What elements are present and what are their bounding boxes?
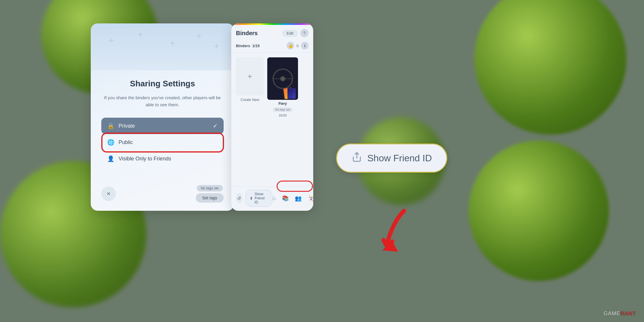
- rotate-button[interactable]: ↺: [236, 193, 242, 203]
- create-new-binder[interactable]: + Create New: [236, 57, 264, 102]
- binder-fiery[interactable]: Fiery No tags set 18/30: [267, 57, 298, 117]
- gamerant-rant: RANT: [620, 311, 636, 316]
- binders-count-label: Binders 1/15: [236, 44, 260, 48]
- plus-decoration: +: [196, 31, 202, 42]
- binder-name: Fiery: [278, 102, 287, 106]
- binders-header: Binders Edit ?: [231, 25, 313, 40]
- pokeball-center: [280, 76, 285, 81]
- show-friend-id-label-large: Show Friend ID: [367, 153, 432, 164]
- thumbs-up-icon[interactable]: 👍: [287, 42, 294, 49]
- bottom-bar-left: ↺ ⬆ Show Friend ID: [236, 190, 273, 207]
- gamerant-text: GAME: [604, 311, 620, 316]
- binders-actions: 👍 0 ℹ: [287, 42, 309, 49]
- share-icon-large: [352, 152, 362, 165]
- binder-cards-preview: [284, 88, 297, 99]
- sharing-settings-title: Sharing Settings: [130, 79, 195, 88]
- home-nav-icon[interactable]: ⌂: [273, 195, 276, 202]
- plus-decoration: +: [138, 29, 143, 40]
- close-button[interactable]: ×: [101, 186, 116, 201]
- plus-decoration: +: [214, 41, 219, 52]
- help-button[interactable]: ?: [300, 29, 309, 37]
- panel-top-decoration: + + + + +: [91, 23, 234, 70]
- bg-sphere-3: [474, 0, 626, 135]
- globe-icon: 🌐: [107, 139, 114, 146]
- binder-cover: [267, 57, 298, 100]
- cards-nav-icon[interactable]: 🃏: [308, 195, 314, 202]
- plus-decoration: +: [108, 35, 114, 46]
- profile-nav-icon[interactable]: 👥: [295, 195, 302, 202]
- binders-subheader: Binders 1/15 👍 0 ℹ: [231, 40, 313, 53]
- binders-panel: Binders Edit ? Binders 1/15 👍 0 ℹ + Crea…: [231, 23, 313, 211]
- edit-button[interactable]: Edit: [282, 30, 298, 37]
- create-new-label: Create New: [241, 98, 259, 102]
- sharing-settings-description: If you share the binders you've created,…: [101, 94, 224, 108]
- plus-decoration: +: [170, 38, 175, 49]
- show-friend-id-button-small[interactable]: ⬆ Show Friend ID: [245, 190, 273, 207]
- sharing-settings-panel: + + + + + Sharing Settings If you share …: [91, 23, 234, 211]
- option-private[interactable]: 🔒 Private ✓: [101, 118, 224, 134]
- binders-grid: + Create New Fiery No tags set 18/30: [231, 53, 313, 186]
- tag-area: No tags set Set tags: [196, 185, 224, 203]
- create-new-box[interactable]: +: [236, 57, 264, 95]
- lock-icon: 🔒: [107, 122, 114, 129]
- binder-tags: No tags set: [273, 107, 292, 112]
- option-private-label: Private: [119, 123, 213, 129]
- binder-card-2: [287, 88, 296, 99]
- nav-tab-icons: ⌂ 📚 👥 🃏 ≡: [273, 195, 313, 202]
- bottom-bar: ↺ ⬆ Show Friend ID ⌂ 📚 👥 🃏 ≡: [231, 186, 313, 211]
- info-icon[interactable]: ℹ: [301, 42, 309, 49]
- bottom-row: × No tags set Set tags: [91, 180, 234, 211]
- panel-content: Sharing Settings If you share the binder…: [91, 70, 234, 180]
- share-icon-small: ⬆: [250, 196, 253, 201]
- svg-marker-1: [382, 242, 398, 252]
- option-public-label: Public: [119, 139, 218, 145]
- set-tags-button[interactable]: Set tags: [196, 193, 224, 203]
- person-icon: 👤: [107, 155, 114, 162]
- show-friend-id-button-large[interactable]: Show Friend ID: [336, 143, 447, 173]
- binder-nav-icon[interactable]: 📚: [282, 195, 289, 202]
- sharing-options-list: 🔒 Private ✓ 🌐 Public 👤 Visible Only to F…: [101, 118, 224, 167]
- bg-sphere-4: [468, 141, 609, 281]
- option-public[interactable]: 🌐 Public: [101, 134, 224, 150]
- option-friends-label: Visible Only to Friends: [119, 156, 218, 162]
- red-arrow: [369, 205, 416, 265]
- gamerant-watermark: GAMERANT: [604, 311, 636, 317]
- option-friends[interactable]: 👤 Visible Only to Friends: [101, 150, 224, 167]
- binder-card-count: 18/30: [279, 114, 287, 117]
- binders-title: Binders: [236, 30, 258, 37]
- check-icon: ✓: [213, 122, 218, 129]
- show-friend-id-label-small: Show Friend ID: [255, 192, 268, 204]
- no-tags-badge: No tags set: [197, 185, 223, 191]
- pokeball-icon: [273, 68, 293, 89]
